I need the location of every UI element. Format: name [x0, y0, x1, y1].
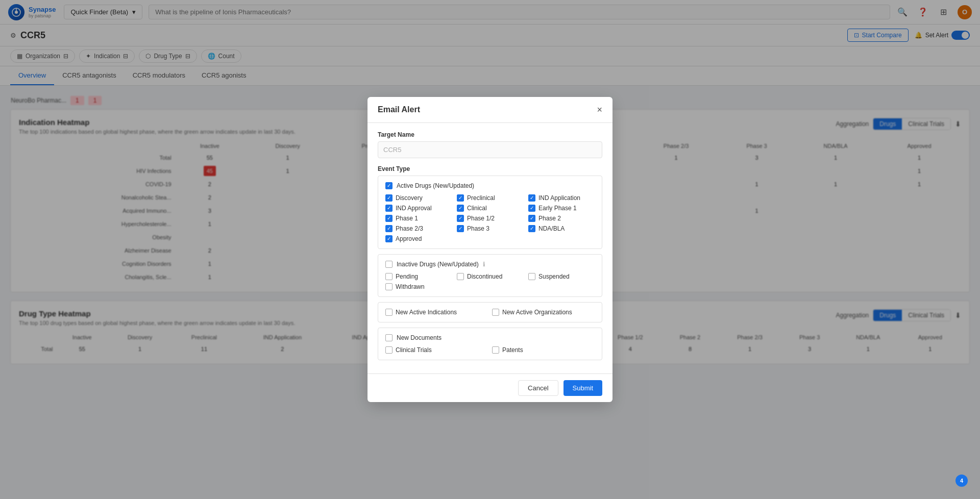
cb-phase2: Phase 2 [528, 215, 595, 222]
submit-button[interactable]: Submit [564, 380, 602, 381]
active-drugs-section: Active Drugs (New/Updated) Discovery Pre… [378, 176, 602, 249]
modal-overlay: Email Alert × Target Name Event Type Act… [0, 0, 980, 381]
new-documents-section: New Documents Clinical Trials Patents [378, 328, 602, 360]
active-drugs-grid: Discovery Preclinical IND Application IN… [385, 194, 595, 242]
new-indications-checkbox[interactable] [385, 309, 393, 316]
modal-header: Email Alert × [368, 97, 612, 123]
info-icon: ℹ [483, 261, 485, 268]
modal-body: Target Name Event Type Active Drugs (New… [368, 123, 612, 373]
cb-ind-approval: IND Approval [385, 205, 452, 212]
inactive-drugs-grid: Pending Discontinued Suspended Withdrawn [385, 273, 595, 290]
new-documents-header: New Documents [385, 334, 595, 341]
pending-checkbox[interactable] [385, 273, 393, 280]
new-organizations-label: New Active Organizations [502, 309, 572, 316]
cb-nda-bla: NDA/BLA [528, 225, 595, 232]
new-active-section: New Active Indications New Active Organi… [378, 302, 602, 322]
cb-phase23: Phase 2/3 [385, 225, 452, 232]
new-indications-label: New Active Indications [396, 309, 457, 316]
phase3-checkbox[interactable] [457, 225, 464, 232]
new-documents-checkbox[interactable] [385, 334, 393, 341]
cb-new-organizations: New Active Organizations [492, 309, 595, 316]
email-alert-modal: Email Alert × Target Name Event Type Act… [368, 97, 612, 381]
cb-discontinued: Discontinued [457, 273, 523, 280]
inactive-drugs-checkbox[interactable] [385, 261, 393, 268]
cb-approved: Approved [385, 235, 452, 242]
clinical-trials-checkbox[interactable] [385, 346, 393, 354]
cb-patents: Patents [492, 346, 595, 354]
cb-pending: Pending [385, 273, 452, 280]
ind-application-checkbox[interactable] [528, 194, 535, 202]
withdrawn-checkbox[interactable] [385, 283, 393, 290]
new-documents-label: New Documents [397, 334, 442, 341]
discovery-checkbox[interactable] [385, 194, 393, 202]
approved-checkbox[interactable] [385, 235, 393, 242]
cb-clinical: Clinical [457, 205, 523, 212]
cb-phase12: Phase 1/2 [457, 215, 523, 222]
modal-footer: Cancel Submit [368, 373, 612, 381]
cb-phase1: Phase 1 [385, 215, 452, 222]
inactive-drugs-header: Inactive Drugs (New/Updated) ℹ [385, 261, 595, 268]
target-name-input[interactable] [378, 141, 602, 158]
cb-suspended: Suspended [528, 273, 595, 280]
inactive-drugs-section: Inactive Drugs (New/Updated) ℹ Pending D… [378, 254, 602, 297]
ind-approval-checkbox[interactable] [385, 205, 393, 212]
cb-phase3: Phase 3 [457, 225, 523, 232]
phase12-checkbox[interactable] [457, 215, 464, 222]
early-phase1-checkbox[interactable] [528, 205, 535, 212]
cb-preclinical: Preclinical [457, 194, 523, 202]
active-drugs-label: Active Drugs (New/Updated) [397, 182, 474, 189]
modal-title: Email Alert [378, 105, 420, 114]
cancel-button[interactable]: Cancel [518, 380, 558, 381]
discontinued-checkbox[interactable] [457, 273, 464, 280]
cb-clinical-trials: Clinical Trials [385, 346, 488, 354]
event-type-label: Event Type [378, 165, 602, 172]
phase23-checkbox[interactable] [385, 225, 393, 232]
phase2-checkbox[interactable] [528, 215, 535, 222]
suspended-checkbox[interactable] [528, 273, 535, 280]
nda-bla-checkbox[interactable] [528, 225, 535, 232]
target-name-label: Target Name [378, 131, 602, 138]
preclinical-checkbox[interactable] [457, 194, 464, 202]
active-drugs-checkbox[interactable] [385, 182, 393, 189]
cb-new-indications: New Active Indications [385, 309, 488, 316]
modal-close-button[interactable]: × [597, 105, 602, 114]
clinical-checkbox[interactable] [457, 205, 464, 212]
cb-withdrawn: Withdrawn [385, 283, 452, 290]
patents-checkbox[interactable] [492, 346, 499, 354]
phase1-checkbox[interactable] [385, 215, 393, 222]
cb-ind-application: IND Application [528, 194, 595, 202]
active-drugs-header: Active Drugs (New/Updated) [385, 182, 595, 189]
inactive-drugs-label: Inactive Drugs (New/Updated) [397, 261, 479, 268]
documents-grid: Clinical Trials Patents [385, 346, 595, 354]
cb-early-phase1: Early Phase 1 [528, 205, 595, 212]
cb-discovery: Discovery [385, 194, 452, 202]
new-organizations-checkbox[interactable] [492, 309, 499, 316]
